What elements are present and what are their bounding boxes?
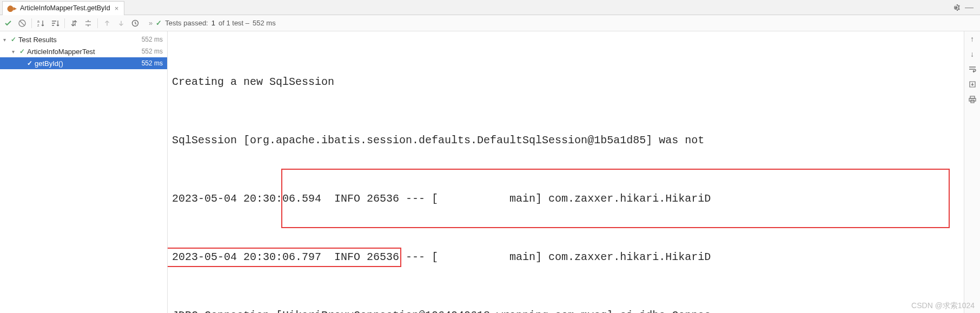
tree-class[interactable]: ▾ ✓ ArticleInfoMapperTest 552 ms (0, 45, 167, 57)
show-ignored-icon[interactable] (16, 17, 29, 30)
scroll-to-end-icon[interactable] (968, 80, 977, 89)
console-gutter: ↑ ↓ (964, 31, 980, 313)
gear-icon[interactable] (950, 3, 963, 12)
hide-icon[interactable]: — (963, 3, 976, 12)
next-failed-icon[interactable] (115, 17, 128, 30)
summary-duration: 552 ms (253, 19, 276, 27)
watermark: CSDN @求索1024 (911, 301, 975, 311)
junit-icon: ⬤▸ (7, 5, 17, 12)
down-arrow-icon[interactable]: ↓ (970, 50, 974, 58)
svg-line-1 (20, 21, 24, 25)
export-icon[interactable] (129, 17, 142, 30)
tab-label: ArticleInfoMapperTest.getById (20, 4, 110, 12)
console-line: SqlSession [org.apache.ibatis.session.de… (172, 131, 964, 150)
console-line: 2023-05-04 20:30:06.797 INFO 26536 --- [… (172, 248, 964, 267)
chevron-down-icon[interactable]: ▾ (12, 49, 19, 55)
soft-wrap-icon[interactable] (968, 65, 977, 74)
check-icon: ✓ (27, 59, 32, 67)
tests-summary: » ✓ Tests passed: 1 of 1 test – 552 ms (149, 19, 276, 27)
svg-rect-5 (970, 96, 975, 98)
tree-label: Test Results (18, 36, 142, 44)
svg-text:z: z (37, 23, 39, 27)
console-output[interactable]: Creating a new SqlSession SqlSession [or… (168, 31, 964, 313)
show-passed-icon[interactable] (2, 17, 15, 30)
test-tree[interactable]: ▾ ✓ Test Results 552 ms ▾ ✓ ArticleInfoM… (0, 31, 168, 313)
chevron-down-icon[interactable]: ▾ (3, 37, 11, 43)
tree-time: 552 ms (142, 36, 167, 43)
tree-method[interactable]: ✓ getById() 552 ms (0, 57, 167, 69)
tree-time: 552 ms (142, 59, 167, 67)
separator (31, 18, 32, 28)
sort-duration-icon[interactable] (49, 17, 62, 30)
chevron-right-icon: » (149, 19, 153, 27)
console-line: JDBC Connection [HikariProxyConnection@1… (172, 306, 964, 313)
close-icon[interactable]: × (114, 4, 120, 12)
tree-time: 552 ms (142, 48, 167, 55)
up-arrow-icon[interactable]: ↑ (970, 35, 974, 43)
check-icon: ✓ (11, 36, 16, 43)
summary-prefix: Tests passed: (165, 19, 208, 27)
expand-all-icon[interactable] (68, 17, 81, 30)
tree-label: ArticleInfoMapperTest (27, 48, 142, 56)
test-toolbar: az » ✓ Tests passed: 1 of 1 test – 552 m… (0, 15, 980, 31)
collapse-all-icon[interactable] (82, 17, 95, 30)
prev-failed-icon[interactable] (101, 17, 114, 30)
separator (64, 18, 65, 28)
print-icon[interactable] (968, 95, 977, 104)
tab-bar: ⬤▸ ArticleInfoMapperTest.getById × — (0, 0, 980, 15)
summary-middle: of 1 test – (218, 19, 249, 27)
sort-alpha-icon[interactable]: az (35, 17, 48, 30)
summary-passed: 1 (211, 19, 215, 27)
main-content: ▾ ✓ Test Results 552 ms ▾ ✓ ArticleInfoM… (0, 31, 980, 313)
console-line: Creating a new SqlSession (172, 72, 964, 92)
svg-text:a: a (37, 19, 39, 23)
run-config-tab[interactable]: ⬤▸ ArticleInfoMapperTest.getById × (2, 1, 124, 15)
check-icon: ✓ (156, 19, 162, 27)
console-line: 2023-05-04 20:30:06.594 INFO 26536 --- [… (172, 189, 964, 209)
check-icon: ✓ (19, 48, 25, 55)
tree-root[interactable]: ▾ ✓ Test Results 552 ms (0, 34, 167, 45)
tree-label: getById() (35, 59, 142, 68)
separator (97, 18, 98, 28)
